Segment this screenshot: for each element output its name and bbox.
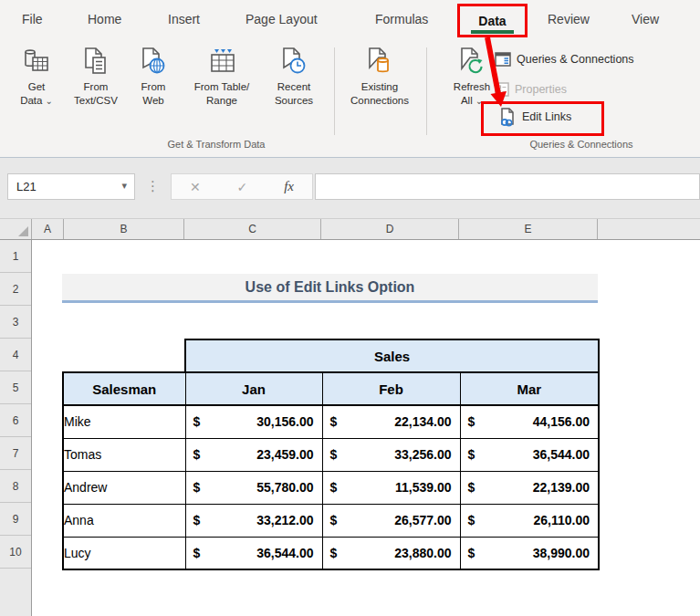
from-table-range-icon [208,46,235,80]
button-label-line: Recent [277,80,310,94]
sales-value-cell[interactable]: $44,156.00 [460,405,599,438]
header-cell-salesman[interactable]: Salesman [63,372,185,405]
row-header-9[interactable]: 9 [0,503,31,536]
recent-sources-button[interactable]: Recent Sources [266,46,322,137]
header-cell-jan[interactable]: Jan [185,372,322,405]
sales-value-cell[interactable]: $11,539.00 [322,471,460,504]
existing-connections-button[interactable]: Existing Connections [339,46,421,137]
sales-value-cell[interactable]: $36,544.00 [460,438,599,471]
sales-value-cell[interactable]: $38,990.00 [460,537,599,569]
tab-view[interactable]: View [632,12,659,26]
column-header-f[interactable] [598,219,700,239]
sales-value-cell[interactable]: $23,880.00 [322,537,460,569]
get-data-icon [23,46,50,80]
sales-table: Sales Salesman Jan Feb Mar Mike $30,156.… [62,339,600,570]
active-tab-underline [471,30,514,34]
recent-sources-icon [280,46,308,80]
cell-value: 22,134.00 [394,414,451,429]
row-header-2[interactable]: 2 [0,273,31,306]
sales-value-cell[interactable]: $33,256.00 [322,438,460,471]
from-web-icon [140,46,167,80]
cell-value: 26,577.00 [394,513,451,527]
header-cell-feb[interactable]: Feb [322,372,460,405]
header-cell-mar[interactable]: Mar [460,372,599,405]
from-text-csv-button[interactable]: From Text/CSV [67,46,125,137]
queries-connections-button[interactable]: Queries & Connections [495,47,634,71]
sales-value-cell[interactable]: $33,212.00 [185,504,322,537]
salesman-name-cell[interactable]: Anna [63,504,185,537]
sales-value-cell[interactable]: $22,134.00 [322,405,460,438]
sales-value-cell[interactable]: $55,780.00 [185,471,322,504]
salesman-name-cell[interactable]: Lucy [63,537,185,569]
select-all-corner[interactable] [0,219,32,239]
button-label: Edit Links [522,110,571,123]
currency-symbol: $ [468,513,475,527]
sales-value-cell[interactable]: $23,459.00 [185,438,322,471]
currency-symbol: $ [330,546,338,560]
cancel-button[interactable]: ✕ [190,180,201,194]
tab-formulas[interactable]: Formulas [375,12,428,26]
edit-links-icon [498,108,517,127]
button-label-line: Web [142,94,163,108]
row-header-3[interactable]: 3 [0,306,31,339]
row-header-5[interactable]: 5 [0,371,31,404]
salesman-name-cell[interactable]: Mike [63,405,185,438]
name-box-value: L21 [16,180,37,193]
insert-function-button[interactable]: fx [284,179,294,194]
from-text-csv-icon [82,46,110,80]
title-banner-cell[interactable]: Use of Edit Links Option [62,274,598,303]
tab-page-layout[interactable]: Page Layout [246,12,318,26]
tab-review[interactable]: Review [548,12,590,26]
column-header-b[interactable]: B [64,219,184,239]
column-header-e[interactable]: E [459,219,598,239]
enter-button[interactable]: ✓ [237,180,248,194]
currency-symbol: $ [193,513,201,527]
row-header-7[interactable]: 7 [0,437,31,470]
currency-symbol: $ [468,447,475,462]
sales-value-cell[interactable]: $36,544.00 [185,537,322,569]
get-data-button[interactable]: Get Data⌄ [11,46,62,137]
salesman-name-cell[interactable]: Andrew [63,471,185,504]
currency-symbol: $ [468,414,475,429]
cell-value: 36,544.00 [533,447,590,462]
row-header-10[interactable]: 10 [0,536,31,569]
row-header-8[interactable]: 8 [0,470,31,503]
formula-input[interactable] [315,173,700,200]
currency-symbol: $ [330,414,338,429]
row-header-4[interactable]: 4 [0,339,31,371]
cell-value: 38,990.00 [533,546,590,560]
chevron-down-icon: ⌄ [45,96,52,106]
tab-file[interactable]: File [22,12,43,26]
sales-merged-header-cell[interactable]: Sales [185,339,599,372]
refresh-all-button[interactable]: Refresh All⌄ [446,46,497,137]
button-label-line: Get [28,80,46,94]
empty-cell[interactable] [63,339,185,372]
cell-value: 30,156.00 [256,414,313,429]
sales-value-cell[interactable]: $26,577.00 [322,504,460,537]
row-header-6[interactable]: 6 [0,404,31,437]
salesman-name-cell[interactable]: Tomas [63,438,185,471]
group-label-queries-connections: Queries & Connections [481,139,682,150]
row-header-1[interactable]: 1 [0,240,31,273]
tab-data-label: Data [478,14,506,28]
sales-value-cell[interactable]: $26,110.00 [460,504,599,537]
tab-home[interactable]: Home [88,12,121,26]
button-label-line: Sources [275,94,313,108]
tab-insert[interactable]: Insert [168,12,200,26]
edit-links-button[interactable]: Edit Links [498,105,571,129]
from-table-range-button[interactable]: From Table/ Range [180,46,264,137]
sales-value-cell[interactable]: $30,156.00 [185,405,322,438]
from-web-button[interactable]: From Web [131,46,176,137]
button-label: Properties [515,83,567,96]
cell-value: 36,544.00 [256,546,313,560]
tab-data-active[interactable]: Data [458,5,527,37]
currency-symbol: $ [468,480,475,495]
properties-button[interactable]: Properties [495,78,567,101]
column-header-a[interactable]: A [32,219,64,239]
button-label-line: Range [206,94,237,108]
sales-value-cell[interactable]: $22,139.00 [460,471,599,504]
name-box-dropdown-icon[interactable]: ▾ [121,180,127,192]
column-header-c[interactable]: C [184,219,321,239]
name-box[interactable]: L21 ▾ [7,173,135,200]
column-header-d[interactable]: D [321,219,459,239]
